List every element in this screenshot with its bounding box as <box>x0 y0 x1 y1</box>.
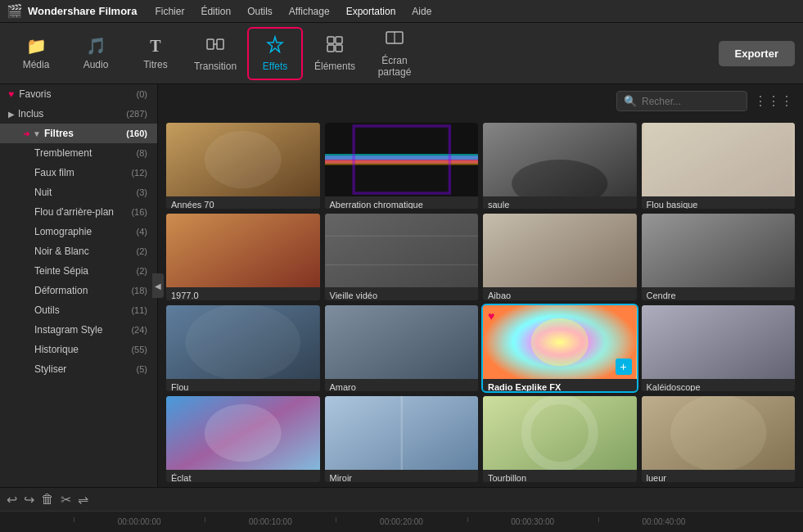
redo-button[interactable]: ↪ <box>24 492 34 507</box>
delete-button[interactable]: 🗑 <box>41 492 54 507</box>
sidebar-item-noir-blanc[interactable]: Noir & Blanc (2) <box>0 241 157 261</box>
thumb-saule <box>483 123 637 196</box>
grid-view-icon[interactable]: ⋮⋮⋮ <box>754 93 793 109</box>
menu-fichier[interactable]: Fichier <box>148 4 191 19</box>
svg-point-34 <box>205 404 282 462</box>
sidebar-styliser-label: Styliser <box>34 363 137 375</box>
search-input[interactable] <box>642 96 740 107</box>
sidebar-item-nuit[interactable]: Nuit (3) <box>0 183 157 202</box>
grid-item-flou-basique[interactable]: Flou basique <box>642 123 796 209</box>
grid-item-eclat[interactable]: Éclat <box>166 396 320 482</box>
sidebar-outils-count: (11) <box>131 305 147 315</box>
thumb-lueur <box>642 396 796 470</box>
toolbar: 📁 Média 🎵 Audio T Titres Transition Effe… <box>0 23 803 84</box>
label-annees70: Années 70 <box>166 196 320 209</box>
sidebar-deformation-label: Déformation <box>34 285 131 296</box>
tool-transition[interactable]: Transition <box>187 27 243 80</box>
thumb-amaro <box>325 305 479 379</box>
label-vieille: Vieille vidéo <box>325 287 479 300</box>
svg-point-28 <box>185 305 300 379</box>
menu-exportation[interactable]: Exportation <box>340 4 403 19</box>
sidebar-item-filtres[interactable]: ➜ ▼ Filtres (160) <box>0 124 157 143</box>
export-button[interactable]: Exporter <box>719 41 795 66</box>
grid-item-1977[interactable]: 1977.0 <box>166 214 320 300</box>
tool-media[interactable]: 📁 Média <box>8 27 64 80</box>
svg-marker-3 <box>268 37 282 52</box>
menu-affichage[interactable]: Affichage <box>282 4 336 19</box>
sidebar-inclus-count: (287) <box>126 109 147 119</box>
thumb-tourbillon <box>483 396 637 470</box>
sidebar-item-teinte-sepia[interactable]: Teinte Sépia (2) <box>0 261 157 281</box>
label-tourbillon: Tourbillon <box>483 470 637 482</box>
label-saule: saule <box>483 196 637 209</box>
sidebar-filtres-count: (160) <box>126 128 147 138</box>
grid-item-tourbillon[interactable]: Tourbillon <box>483 396 637 482</box>
sidebar-filtres-label: Filtres <box>44 128 126 139</box>
svg-point-11 <box>205 131 282 188</box>
grid-item-vieille[interactable]: Vieille vidéo <box>325 214 479 300</box>
sidebar-item-lomographie[interactable]: Lomographie (4) <box>0 222 157 241</box>
sidebar-item-favoris[interactable]: ♥ Favoris (0) <box>0 84 157 104</box>
grid-item-annees70[interactable]: Années 70 <box>166 123 320 209</box>
tool-effets[interactable]: Effets <box>247 27 303 80</box>
label-1977: 1977.0 <box>166 287 320 300</box>
menu-edition[interactable]: Édition <box>194 4 237 19</box>
content-header: 🔍 ⋮⋮⋮ <box>158 84 803 118</box>
sidebar-lomographie-label: Lomographie <box>34 226 137 237</box>
sidebar-nuit-count: (3) <box>137 187 147 197</box>
svg-rect-20 <box>642 123 796 196</box>
grid-item-saule[interactable]: saule <box>483 123 637 209</box>
label-aberration: Aberration chromatique <box>325 196 479 209</box>
sidebar-flou-arriere-count: (16) <box>131 207 147 217</box>
sidebar-item-deformation[interactable]: Déformation (18) <box>0 281 157 300</box>
sidebar-item-instagram[interactable]: Instagram Style (24) <box>0 320 157 340</box>
sidebar-item-historique[interactable]: Historique (55) <box>0 340 157 359</box>
timeline-ruler: 00:00:00:00 00:00:10:00 00:00:20:00 00:0… <box>0 511 803 532</box>
sidebar-inclus-label: Inclus <box>18 108 126 119</box>
tool-audio[interactable]: 🎵 Audio <box>68 27 124 80</box>
sidebar-faux-film-label: Faux film <box>34 167 131 178</box>
label-cendre: Cendre <box>642 287 796 300</box>
grid-item-radio[interactable]: ♥ + Radio Explike FX <box>483 305 637 391</box>
tool-ecran[interactable]: Écran partagé <box>367 27 422 80</box>
tool-elements-label: Éléments <box>314 61 355 72</box>
tool-titres[interactable]: T Titres <box>128 27 183 80</box>
sidebar-item-styliser[interactable]: Styliser (5) <box>0 359 157 379</box>
label-kaleidoscope: Kaléidoscope <box>642 379 796 391</box>
grid-item-lueur[interactable]: lueur <box>642 396 796 482</box>
thumb-radio: ♥ + <box>483 305 637 379</box>
menu-outils[interactable]: Outils <box>241 4 279 19</box>
menu-aide[interactable]: Aide <box>405 4 438 19</box>
sidebar-item-tremblement[interactable]: Tremblement (8) <box>0 143 157 163</box>
sidebar-item-outils[interactable]: Outils (11) <box>0 300 157 320</box>
sidebar-tremblement-count: (8) <box>137 148 147 158</box>
sidebar-lomographie-count: (4) <box>137 227 147 237</box>
grid-item-aberration[interactable]: Aberration chromatique <box>325 123 479 209</box>
sidebar-instagram-count: (24) <box>131 325 147 335</box>
sidebar-item-flou-arriere[interactable]: Flou d'arrière-plan (16) <box>0 202 157 222</box>
sidebar-toggle[interactable]: ◀ <box>152 273 164 298</box>
tool-media-label: Média <box>23 59 50 70</box>
adjust-button[interactable]: ⇌ <box>78 492 88 507</box>
sidebar-flou-arriere-label: Flou d'arrière-plan <box>34 206 131 218</box>
grid-item-flou[interactable]: Flou <box>166 305 320 391</box>
search-icon: 🔍 <box>624 95 637 107</box>
thumb-eclat <box>166 396 320 470</box>
grid-item-cendre[interactable]: Cendre <box>642 214 796 300</box>
sidebar-item-inclus[interactable]: ▶ Inclus (287) <box>0 104 157 124</box>
undo-button[interactable]: ↩ <box>7 492 17 507</box>
transition-icon <box>206 35 224 57</box>
svg-rect-4 <box>327 37 334 43</box>
sidebar-item-faux-film[interactable]: Faux film (12) <box>0 163 157 183</box>
time-mark-3: 00:00:30:00 <box>467 517 598 526</box>
grid-item-aibao[interactable]: Aibao <box>483 214 637 300</box>
cut-button[interactable]: ✂ <box>61 492 71 507</box>
svg-rect-29 <box>325 305 479 379</box>
grid-item-miroir[interactable]: Miroir <box>325 396 479 482</box>
menu-bar: 🎬 Wondershare Filmora Fichier Édition Ou… <box>0 0 803 23</box>
grid-item-amaro[interactable]: Amaro <box>325 305 479 391</box>
tool-elements[interactable]: Éléments <box>307 27 363 80</box>
thumb-vieille <box>325 214 479 287</box>
grid-item-kaleidoscope[interactable]: Kaléidoscope <box>642 305 796 391</box>
svg-rect-26 <box>642 214 796 287</box>
